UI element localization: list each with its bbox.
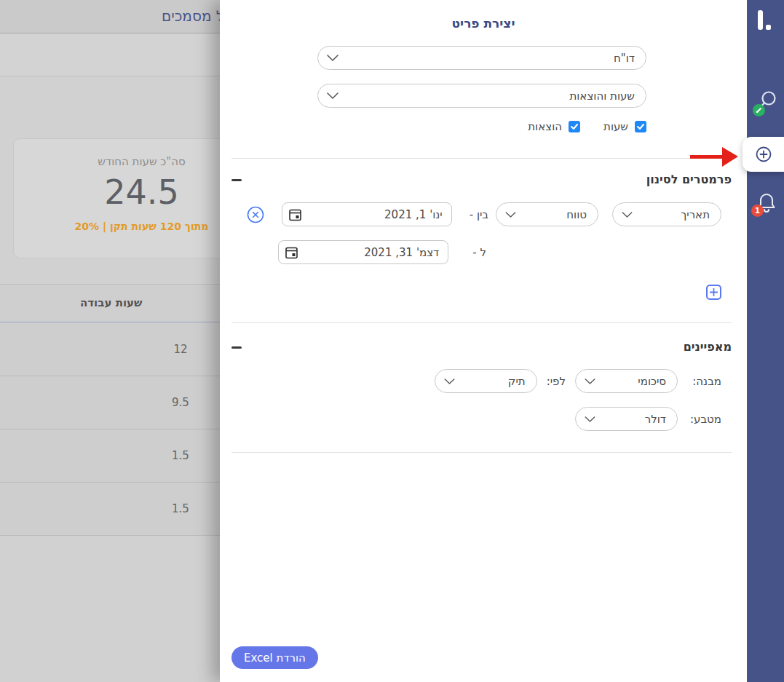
by-label: לפי: <box>547 375 566 388</box>
chevron-down-icon <box>505 212 516 218</box>
report-type-dropdown[interactable]: דו"ח <box>317 46 646 70</box>
card-value: 24.5 <box>38 173 245 212</box>
calendar-icon <box>289 208 301 221</box>
notification-badge: 1 <box>751 205 764 217</box>
logo-dot <box>766 25 771 30</box>
structure-value: סיכומי <box>638 375 666 388</box>
sidebar-item-search[interactable] <box>753 90 778 117</box>
structure-label: מבנה: <box>687 375 721 388</box>
chevron-down-icon <box>327 92 338 99</box>
expenses-checkbox[interactable] <box>569 121 580 132</box>
data-type-checkboxes: שעות הוצאות <box>528 120 646 133</box>
wrench-badge-icon <box>753 104 765 116</box>
from-date-value: ינו' 1, 2021 <box>384 208 443 221</box>
hours-checkbox[interactable] <box>635 121 646 132</box>
chevron-down-icon <box>444 378 455 384</box>
work-hours-cell: 12 <box>165 343 197 356</box>
currency-value: דולר <box>645 413 666 426</box>
by-dropdown[interactable]: תיק <box>435 369 537 393</box>
section-divider <box>231 322 732 323</box>
card-label: סה"כ שעות החודש <box>38 155 245 168</box>
brand-logo <box>758 10 774 33</box>
section-divider <box>231 158 732 159</box>
filter-operator-dropdown[interactable]: טווח <box>496 202 598 226</box>
download-excel-button[interactable]: הורדת Excel <box>231 646 318 669</box>
sidebar-item-create-active[interactable] <box>743 137 784 172</box>
filter-section-title: פרמטרים לסינון <box>646 173 732 186</box>
plus-circle-icon <box>756 146 772 162</box>
item-kind-dropdown[interactable]: שעות והוצאות <box>317 84 646 108</box>
add-filter-button[interactable] <box>706 285 721 300</box>
sidebar-item-notifications[interactable]: 1 <box>756 192 777 217</box>
chevron-down-icon <box>327 55 338 61</box>
sidebar: 1 <box>747 0 784 682</box>
work-hours-cell: 1.5 <box>165 502 197 515</box>
chevron-down-icon <box>585 416 595 422</box>
collapse-attributes-section-icon[interactable] <box>231 346 242 349</box>
to-date-value: דצמ' 31, 2021 <box>364 246 439 259</box>
plus-icon <box>710 288 718 296</box>
monthly-hours-card: סה"כ שעות החודש 24.5 מתוך 120 שעות תקן |… <box>13 138 246 258</box>
filter-field-dropdown[interactable]: תאריך <box>612 202 721 226</box>
filter-row: תאריך טווח בין - ינו' 1, 2021 <box>247 202 721 226</box>
between-label: בין - <box>470 208 488 221</box>
structure-dropdown[interactable]: סיכומי <box>575 369 678 393</box>
currency-row: מטבע: דולר <box>575 407 721 431</box>
check-icon <box>637 124 644 130</box>
to-label: ל - <box>472 246 486 259</box>
monthly-hours-card-content: סה"כ שעות החודש 24.5 מתוך 120 שעות תקן |… <box>38 155 245 232</box>
panel-title: יצירת פריט <box>220 16 747 31</box>
currency-dropdown[interactable]: דולר <box>575 407 678 431</box>
filter-row-to: ל - דצמ' 31, 2021 <box>278 240 486 264</box>
from-date-field[interactable]: ינו' 1, 2021 <box>282 202 452 226</box>
table-header-work-hours: שעות עבודה <box>80 296 142 309</box>
card-subtext: מתוך 120 שעות תקן | 20% <box>38 221 245 232</box>
section-divider <box>231 452 732 453</box>
chevron-down-icon <box>585 378 595 384</box>
app-root: ניהול מסמכים סה"כ שעות החודש 24.5 מתוך 1… <box>0 0 784 682</box>
report-type-value: דו"ח <box>614 52 635 65</box>
by-value: תיק <box>508 375 526 388</box>
calendar-icon <box>285 246 298 259</box>
remove-filter-button[interactable] <box>247 206 264 223</box>
expenses-checkbox-label: הוצאות <box>528 120 562 133</box>
to-date-field[interactable]: דצמ' 31, 2021 <box>278 240 448 264</box>
work-hours-cell: 1.5 <box>165 449 197 462</box>
create-item-panel: יצירת פריט דו"ח שעות והוצאות שעות הוצאות… <box>220 0 747 682</box>
check-icon <box>571 124 578 130</box>
structure-row: מבנה: סיכומי לפי: תיק <box>435 369 721 393</box>
chevron-down-icon <box>622 212 633 218</box>
filter-field-value: תאריך <box>681 208 710 221</box>
logo-bar <box>758 10 763 30</box>
attributes-section-title: מאפיינים <box>684 340 732 354</box>
filter-operator-value: טווח <box>566 208 587 221</box>
hours-checkbox-label: שעות <box>603 120 628 133</box>
currency-label: מטבע: <box>687 413 721 426</box>
item-kind-value: שעות והוצאות <box>569 90 635 103</box>
collapse-filter-section-icon[interactable] <box>231 179 242 181</box>
work-hours-cell: 9.5 <box>165 396 197 409</box>
